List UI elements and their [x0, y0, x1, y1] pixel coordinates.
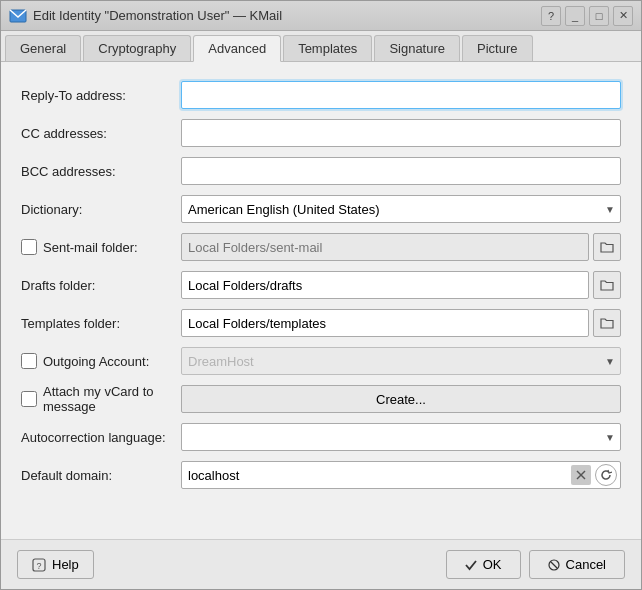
tab-picture[interactable]: Picture	[462, 35, 532, 61]
titlebar-left: Edit Identity "Demonstration User" — KMa…	[9, 7, 282, 25]
default-domain-control	[181, 461, 621, 489]
tab-signature[interactable]: Signature	[374, 35, 460, 61]
outgoing-control: DreamHost ▼	[181, 347, 621, 375]
autocorrect-row: Autocorrection language: ▼	[21, 420, 621, 454]
domain-reset-button[interactable]	[595, 464, 617, 486]
form-content: Reply-To address: CC addresses: BCC addr…	[1, 62, 641, 539]
templates-folder-control	[181, 309, 621, 337]
kmail-icon	[9, 7, 27, 25]
sent-mail-input[interactable]	[181, 233, 589, 261]
maximize-button[interactable]: □	[589, 6, 609, 26]
bcc-input[interactable]	[181, 157, 621, 185]
drafts-label: Drafts folder:	[21, 278, 181, 293]
default-domain-label: Default domain:	[21, 468, 181, 483]
reply-to-control	[181, 81, 621, 109]
default-domain-input[interactable]	[181, 461, 621, 489]
dictionary-select[interactable]: American English (United States) British…	[181, 195, 621, 223]
ok-check-icon	[465, 559, 477, 571]
dictionary-control: American English (United States) British…	[181, 195, 621, 223]
outgoing-row: Outgoing Account: DreamHost ▼	[21, 344, 621, 378]
sent-mail-label: Sent-mail folder:	[21, 239, 181, 255]
drafts-folder-button[interactable]	[593, 271, 621, 299]
sent-mail-folder-button[interactable]	[593, 233, 621, 261]
reply-to-row: Reply-To address:	[21, 78, 621, 112]
domain-input-wrapper	[181, 461, 621, 489]
domain-clear-button[interactable]	[571, 465, 591, 485]
default-domain-row: Default domain:	[21, 458, 621, 492]
autocorrect-select-wrapper: ▼	[181, 423, 621, 451]
cc-control	[181, 119, 621, 147]
bcc-label: BCC addresses:	[21, 164, 181, 179]
vcard-label: Attach my vCard to message	[21, 384, 181, 414]
window: Edit Identity "Demonstration User" — KMa…	[0, 0, 642, 590]
vcard-control: Create...	[181, 385, 621, 413]
window-title: Edit Identity "Demonstration User" — KMa…	[33, 8, 282, 23]
footer: ? Help OK Cancel	[1, 539, 641, 589]
dictionary-select-wrapper: American English (United States) British…	[181, 195, 621, 223]
attach-vcard-checkbox[interactable]	[21, 391, 37, 407]
footer-right: OK Cancel	[446, 550, 625, 579]
help-icon: ?	[32, 558, 46, 572]
autocorrect-select[interactable]	[181, 423, 621, 451]
bcc-control	[181, 157, 621, 185]
reply-to-input[interactable]	[181, 81, 621, 109]
autocorrect-label: Autocorrection language:	[21, 430, 181, 445]
tab-bar: General Cryptography Advanced Templates …	[1, 31, 641, 62]
help-titlebar-button[interactable]: ?	[541, 6, 561, 26]
outgoing-select-wrapper: DreamHost ▼	[181, 347, 621, 375]
outgoing-label: Outgoing Account:	[21, 353, 181, 369]
tab-cryptography[interactable]: Cryptography	[83, 35, 191, 61]
outgoing-checkbox[interactable]	[21, 353, 37, 369]
help-button[interactable]: ? Help	[17, 550, 94, 579]
outgoing-select[interactable]: DreamHost	[181, 347, 621, 375]
cc-input[interactable]	[181, 119, 621, 147]
sent-mail-checkbox[interactable]	[21, 239, 37, 255]
dictionary-label: Dictionary:	[21, 202, 181, 217]
cancel-icon	[548, 559, 560, 571]
titlebar: Edit Identity "Demonstration User" — KMa…	[1, 1, 641, 31]
create-vcard-button[interactable]: Create...	[181, 385, 621, 413]
svg-text:?: ?	[36, 560, 41, 570]
dictionary-row: Dictionary: American English (United Sta…	[21, 192, 621, 226]
sent-mail-control	[181, 233, 621, 261]
templates-folder-input[interactable]	[181, 309, 589, 337]
svg-line-6	[551, 562, 557, 568]
templates-folder-row: Templates folder:	[21, 306, 621, 340]
sent-mail-row: Sent-mail folder:	[21, 230, 621, 264]
cancel-button[interactable]: Cancel	[529, 550, 625, 579]
minimize-button[interactable]: _	[565, 6, 585, 26]
cc-label: CC addresses:	[21, 126, 181, 141]
vcard-row: Attach my vCard to message Create...	[21, 382, 621, 416]
reply-to-label: Reply-To address:	[21, 88, 181, 103]
drafts-input[interactable]	[181, 271, 589, 299]
drafts-row: Drafts folder:	[21, 268, 621, 302]
autocorrect-control: ▼	[181, 423, 621, 451]
tab-templates[interactable]: Templates	[283, 35, 372, 61]
cc-row: CC addresses:	[21, 116, 621, 150]
templates-folder-label: Templates folder:	[21, 316, 181, 331]
bcc-row: BCC addresses:	[21, 154, 621, 188]
close-button[interactable]: ✕	[613, 6, 633, 26]
templates-folder-button[interactable]	[593, 309, 621, 337]
tab-advanced[interactable]: Advanced	[193, 35, 281, 62]
ok-button[interactable]: OK	[446, 550, 521, 579]
titlebar-controls: ? _ □ ✕	[541, 6, 633, 26]
drafts-control	[181, 271, 621, 299]
tab-general[interactable]: General	[5, 35, 81, 61]
